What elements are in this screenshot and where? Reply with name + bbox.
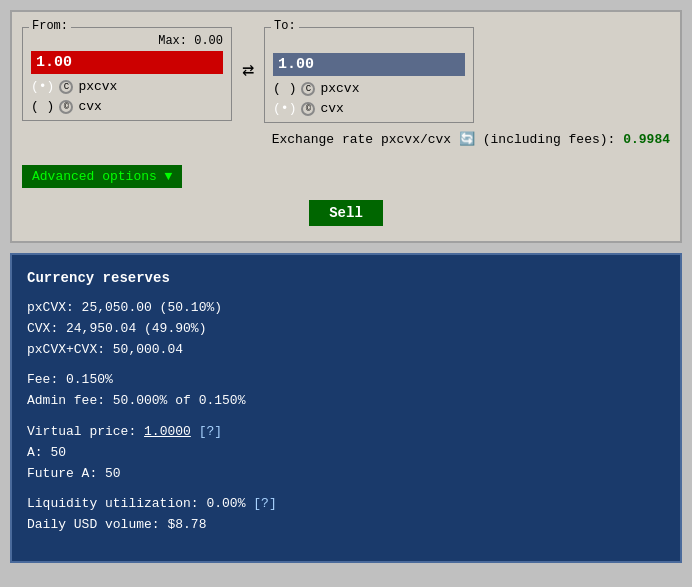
to-cvx-radio-filled[interactable]: (•) [273, 101, 296, 116]
daily-volume-label: Daily USD volume: [27, 517, 160, 532]
future-a-value: 50 [105, 466, 121, 481]
exchange-rate-value: 0.9984 [623, 132, 670, 147]
fees-block: Fee: 0.150% Admin fee: 50.000% of 0.150% [27, 370, 665, 412]
currency-reserves-title: Currency reserves [27, 270, 665, 286]
virtual-price-row: Virtual price: 1.0000 [?] [27, 422, 665, 443]
from-pxcvx-label: pxcvx [78, 79, 117, 94]
to-pxcvx-row: ( ) C pxcvx [273, 81, 465, 96]
to-pxcvx-radio-empty[interactable]: ( ) [273, 81, 296, 96]
from-pxcvx-row: (•) C pxcvx [31, 79, 223, 94]
liquidity-question[interactable]: [?] [253, 496, 276, 511]
to-pxcvx-label: pxcvx [320, 81, 359, 96]
daily-volume-row: Daily USD volume: $8.78 [27, 515, 665, 536]
top-panel: From: Max: 0.00 (•) C pxcvx ( ) © cvx ⇄ … [10, 10, 682, 243]
from-pxcvx-c-icon: C [59, 80, 73, 94]
exchange-rate-row: Exchange rate pxcvx/cvx 🔄 (including fee… [22, 131, 670, 147]
virtual-price-label: Virtual price: [27, 424, 136, 439]
reserves-block: pxCVX: 25,050.00 (50.10%) CVX: 24,950.04… [27, 298, 665, 360]
total-reserve: pxCVX+CVX: 50,000.04 [27, 340, 665, 361]
advanced-options-container: Advanced options ▼ [22, 155, 670, 188]
future-a-label: Future A: [27, 466, 97, 481]
exchange-rate-suffix: (including fees): [483, 132, 623, 147]
to-label: To: [271, 19, 299, 33]
refresh-icon[interactable]: 🔄 [459, 131, 475, 147]
from-cvx-c-icon: © [59, 100, 73, 114]
pxcvx-reserve: pxCVX: 25,050.00 (50.10%) [27, 298, 665, 319]
a-label: A: [27, 445, 43, 460]
liquidity-label: Liquidity utilization: [27, 496, 199, 511]
virtual-block: Virtual price: 1.0000 [?] A: 50 Future A… [27, 422, 665, 484]
liquidity-block: Liquidity utilization: 0.00% [?] Daily U… [27, 494, 665, 536]
from-box: From: Max: 0.00 (•) C pxcvx ( ) © cvx [22, 27, 232, 121]
a-row: A: 50 [27, 443, 665, 464]
to-pxcvx-c-icon: C [301, 82, 315, 96]
cvx-reserve: CVX: 24,950.04 (49.90%) [27, 319, 665, 340]
virtual-price-question[interactable]: [?] [199, 424, 222, 439]
to-amount-input[interactable] [273, 53, 465, 76]
to-box: To: ( ) C pxcvx (•) © cvx [264, 27, 474, 123]
to-cvx-c-icon: © [301, 102, 315, 116]
swap-arrows[interactable]: ⇄ [242, 27, 254, 82]
from-cvx-radio-empty[interactable]: ( ) [31, 99, 54, 114]
advanced-options-button[interactable]: Advanced options ▼ [22, 165, 182, 188]
daily-volume-value: $8.78 [167, 517, 206, 532]
exchange-rate-label: Exchange rate pxcvx/cvx [272, 132, 459, 147]
a-value: 50 [50, 445, 66, 460]
future-a-row: Future A: 50 [27, 464, 665, 485]
liquidity-value: 0.00% [206, 496, 245, 511]
bottom-panel: Currency reserves pxCVX: 25,050.00 (50.1… [10, 253, 682, 563]
to-cvx-label: cvx [320, 101, 343, 116]
from-pxcvx-radio-filled[interactable]: (•) [31, 79, 54, 94]
from-cvx-row: ( ) © cvx [31, 99, 223, 114]
from-amount-input[interactable] [31, 51, 223, 74]
to-cvx-row: (•) © cvx [273, 101, 465, 116]
liquidity-row: Liquidity utilization: 0.00% [?] [27, 494, 665, 515]
from-label: From: [29, 19, 71, 33]
virtual-price-value: 1.0000 [144, 424, 191, 439]
from-cvx-label: cvx [78, 99, 101, 114]
sell-button[interactable]: Sell [309, 200, 383, 226]
admin-fee-label: Admin fee: 50.000% of 0.150% [27, 391, 665, 412]
max-label: Max: 0.00 [31, 34, 223, 48]
swap-row: From: Max: 0.00 (•) C pxcvx ( ) © cvx ⇄ … [22, 27, 670, 123]
fee-label: Fee: 0.150% [27, 370, 665, 391]
